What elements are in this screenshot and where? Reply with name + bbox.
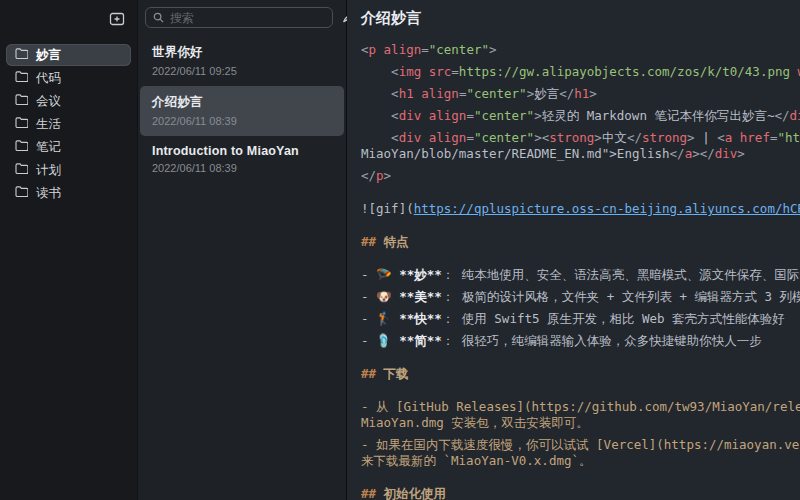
editor-line[interactable]: <h1 align="center">妙言</h1> bbox=[361, 86, 800, 101]
editor-line[interactable]: <p align="center"> bbox=[361, 42, 800, 57]
editor-header: 介绍妙言 bbox=[347, 0, 800, 34]
add-folder-icon[interactable] bbox=[109, 11, 125, 30]
editor-blank-line bbox=[361, 223, 800, 234]
note-item-3[interactable]: Introduction to MiaoYan2022/06/11 08:39 bbox=[140, 136, 344, 183]
editor-line[interactable]: - 如果在国内下载速度很慢，你可以试试 [Vercel](https://mia… bbox=[361, 437, 800, 452]
sidebar-folder-1[interactable]: 妙言 bbox=[6, 44, 131, 66]
folder-icon bbox=[15, 117, 28, 131]
folder-list: 妙言代码会议生活笔记计划读书 bbox=[6, 44, 131, 204]
note-list: 世界你好2022/06/11 09:25介绍妙言2022/06/11 08:39… bbox=[138, 36, 346, 183]
editor-line[interactable]: MiaoYan.dmg 安装包，双击安装即可。 bbox=[361, 415, 800, 430]
search-box[interactable] bbox=[145, 7, 333, 28]
folder-label: 计划 bbox=[36, 162, 61, 179]
folder-icon bbox=[15, 163, 28, 177]
folder-label: 会议 bbox=[36, 93, 61, 110]
sidebar-toolbar bbox=[6, 8, 131, 44]
folder-icon bbox=[15, 48, 28, 62]
sidebar: 妙言代码会议生活笔记计划读书 bbox=[0, 0, 138, 500]
editor-line[interactable]: - 从 [GitHub Releases](https://github.com… bbox=[361, 399, 800, 414]
editor-blank-line bbox=[361, 256, 800, 267]
editor-blank-line bbox=[361, 388, 800, 399]
editor-line[interactable]: <img src=https://gw.alipayobjects.com/zo… bbox=[361, 64, 800, 79]
editor-line[interactable]: ## 特点 bbox=[361, 234, 800, 249]
note-item-date: 2022/06/11 09:25 bbox=[152, 65, 332, 77]
editor-line[interactable]: MiaoYan/blob/master/README_EN.md">Englis… bbox=[361, 146, 800, 161]
note-item-1[interactable]: 世界你好2022/06/11 09:25 bbox=[140, 36, 344, 86]
note-item-title: 介绍妙言 bbox=[152, 94, 332, 111]
editor-line[interactable]: <div align="center">轻灵的 Markdown 笔记本伴你写出… bbox=[361, 108, 800, 123]
note-item-2[interactable]: 介绍妙言2022/06/11 08:39 bbox=[140, 86, 344, 136]
editor-line[interactable]: 来下载最新的 `MiaoYan-V0.x.dmg`。 bbox=[361, 453, 800, 468]
sidebar-folder-2[interactable]: 代码 bbox=[6, 67, 131, 89]
folder-label: 代码 bbox=[36, 70, 61, 87]
notes-toolbar bbox=[138, 0, 346, 36]
editor-line[interactable]: - 🪂 **妙**： 纯本地使用、安全、语法高亮、黑暗模式、源文件保存、国际化 bbox=[361, 267, 800, 282]
editor-line[interactable]: ![gif](https://qpluspicture.oss-cn-beiji… bbox=[361, 201, 800, 216]
note-title: 介绍妙言 bbox=[361, 9, 421, 28]
folder-icon bbox=[15, 94, 28, 108]
search-icon bbox=[153, 9, 164, 27]
folder-label: 生活 bbox=[36, 116, 61, 133]
folder-icon bbox=[15, 71, 28, 85]
editor-line[interactable]: <div align="center"><strong>中文</strong> … bbox=[361, 130, 800, 145]
folder-icon bbox=[15, 140, 28, 154]
sidebar-folder-4[interactable]: 生活 bbox=[6, 113, 131, 135]
editor-blank-line bbox=[361, 475, 800, 486]
editor-pane: 介绍妙言 <p align="center"> <img src=https:/… bbox=[347, 0, 800, 500]
editor-content[interactable]: <p align="center"> <img src=https://gw.a… bbox=[347, 34, 800, 500]
note-item-title: 世界你好 bbox=[152, 44, 332, 61]
note-item-date: 2022/06/11 08:39 bbox=[152, 115, 332, 127]
folder-icon bbox=[15, 186, 28, 200]
editor-line[interactable]: ## 下载 bbox=[361, 366, 800, 381]
folder-label: 妙言 bbox=[36, 47, 61, 64]
editor-line[interactable]: - 🩴 **简**： 很轻巧，纯编辑器输入体验，众多快捷键助你快人一步 bbox=[361, 333, 800, 348]
notes-panel: 世界你好2022/06/11 09:25介绍妙言2022/06/11 08:39… bbox=[138, 0, 347, 500]
editor-line[interactable]: - 🐶 **美**： 极简的设计风格，文件夹 + 文件列表 + 编辑器方式 3 … bbox=[361, 289, 800, 304]
note-item-title: Introduction to MiaoYan bbox=[152, 144, 332, 158]
sidebar-folder-5[interactable]: 笔记 bbox=[6, 136, 131, 158]
editor-line[interactable]: </p> bbox=[361, 168, 800, 183]
sidebar-folder-6[interactable]: 计划 bbox=[6, 159, 131, 181]
editor-blank-line bbox=[361, 190, 800, 201]
search-input[interactable] bbox=[170, 11, 325, 25]
editor-line[interactable]: ## 初始化使用 bbox=[361, 486, 800, 500]
folder-label: 读书 bbox=[36, 185, 61, 202]
sidebar-folder-3[interactable]: 会议 bbox=[6, 90, 131, 112]
note-item-date: 2022/06/11 08:39 bbox=[152, 162, 332, 174]
sidebar-folder-7[interactable]: 读书 bbox=[6, 182, 131, 204]
folder-label: 笔记 bbox=[36, 139, 61, 156]
editor-blank-line bbox=[361, 355, 800, 366]
editor-line[interactable]: - 🏌 **快**： 使用 Swift5 原生开发，相比 Web 套壳方式性能体… bbox=[361, 311, 800, 326]
